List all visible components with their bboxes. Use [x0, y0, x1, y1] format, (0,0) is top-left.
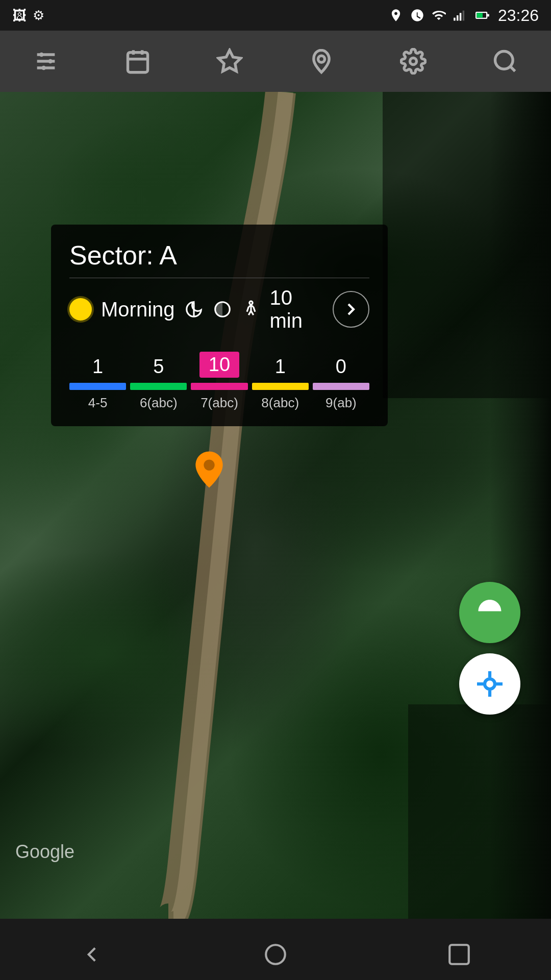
status-time: 23:26 — [498, 6, 539, 25]
chart-label-0: 4-5 — [88, 395, 108, 411]
recent-button[interactable] — [439, 934, 480, 975]
svg-rect-0 — [454, 18, 456, 21]
svg-rect-1 — [457, 15, 459, 21]
signal-icon — [453, 8, 467, 22]
wifi-icon — [432, 8, 446, 22]
google-watermark: Google — [15, 841, 74, 863]
chart-area: 14-556(abc)107(abc)18(abc)09(ab) — [69, 347, 369, 411]
svg-rect-5 — [477, 13, 483, 17]
chart-column-1: 56(abc) — [130, 356, 187, 411]
svg-point-26 — [485, 679, 495, 689]
nav-calendar-button[interactable] — [120, 43, 156, 79]
card-next-button[interactable] — [333, 291, 369, 328]
nav-mappin-button[interactable] — [304, 43, 339, 79]
sync-icon: ⚙ — [33, 8, 44, 23]
info-card: Sector: A Morning — [51, 225, 388, 426]
half-moon-icon — [184, 300, 204, 319]
alarm-icon — [410, 8, 424, 22]
info-row: Morning 1 — [69, 286, 369, 332]
svg-point-31 — [266, 945, 285, 964]
svg-rect-3 — [463, 11, 465, 21]
chart-column-4: 09(ab) — [313, 356, 369, 411]
svg-point-24 — [249, 301, 252, 304]
map-trail — [0, 92, 551, 919]
map-area: Sector: A Morning — [0, 92, 551, 919]
chart-column-0: 14-5 — [69, 356, 126, 411]
home-button[interactable] — [255, 934, 296, 975]
status-bar-right: 23:26 — [389, 6, 539, 25]
walking-icon — [241, 300, 261, 319]
nav-bar — [0, 31, 551, 92]
svg-point-25 — [204, 459, 214, 470]
map-dark-edge — [490, 92, 551, 919]
location-icon — [389, 8, 403, 22]
svg-point-18 — [410, 58, 417, 65]
svg-rect-12 — [128, 53, 148, 72]
svg-rect-2 — [460, 13, 462, 20]
chart-label-1: 6(abc) — [140, 395, 178, 411]
time-of-day: Morning — [101, 298, 175, 321]
location-button[interactable] — [459, 653, 520, 715]
back-button[interactable] — [71, 934, 112, 975]
chart-label-4: 9(ab) — [325, 395, 357, 411]
navigate-button[interactable] — [459, 582, 520, 643]
nav-settings-button[interactable] — [395, 43, 431, 79]
chart-label-2: 7(abc) — [201, 395, 238, 411]
chart-column-3: 18(abc) — [252, 356, 309, 411]
image-icon: 🖼 — [12, 7, 27, 24]
nav-search-button[interactable] — [487, 43, 523, 79]
status-bar-left: 🖼 ⚙ — [12, 7, 44, 24]
sector-title: Sector: A — [69, 240, 369, 278]
svg-marker-16 — [218, 50, 240, 71]
sun-icon — [69, 298, 92, 321]
svg-point-10 — [48, 59, 53, 64]
nav-sliders-button[interactable] — [28, 43, 64, 79]
status-bar: 🖼 ⚙ 23:26 — [0, 0, 551, 31]
svg-point-17 — [318, 56, 325, 62]
map-pin[interactable] — [191, 449, 227, 490]
svg-rect-32 — [449, 945, 469, 964]
chart-label-3: 8(abc) — [261, 395, 299, 411]
duration: 10 min — [270, 286, 323, 332]
battery-icon — [474, 8, 491, 22]
svg-point-9 — [39, 53, 44, 57]
svg-line-20 — [510, 66, 515, 71]
svg-point-19 — [495, 52, 513, 69]
svg-point-11 — [41, 66, 46, 70]
crescent-icon — [213, 300, 232, 319]
nav-star-button[interactable] — [212, 43, 247, 79]
bottom-nav — [0, 929, 551, 980]
chart-column-2: 107(abc) — [191, 352, 247, 411]
